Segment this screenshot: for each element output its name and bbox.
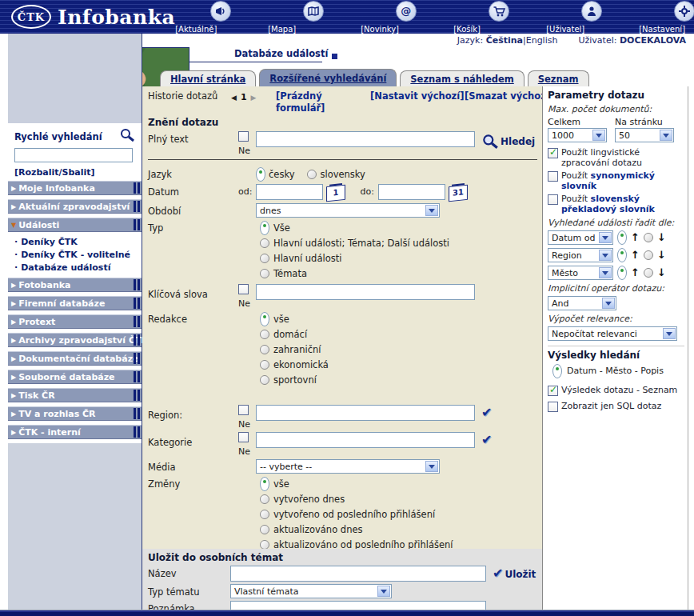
sidebar-item-aktualni-zpravodajstvi[interactable]: ▶Aktuální zpravodajství (8, 199, 142, 214)
history-prev-icon[interactable]: ◀ (231, 94, 237, 102)
sidebar-item-souborne[interactable]: ▶Souborné databáze (8, 370, 142, 384)
operator-select[interactable]: And (548, 296, 616, 310)
linguistic-checkbox[interactable] (548, 148, 558, 158)
sidebar-item-databaze-udalosti[interactable]: ·Databáze událostí (8, 262, 142, 274)
region-picker-icon[interactable]: ✔ (481, 405, 492, 421)
desk-label: Redakce (148, 311, 238, 325)
sort1-asc-radio[interactable] (617, 230, 627, 245)
relevance-value: Nepočítat relevanci (552, 329, 637, 339)
nav-kosik[interactable]: [Košík] (453, 1, 544, 34)
calendar-to-icon[interactable]: 31 (449, 185, 468, 202)
keywords-not-checkbox[interactable] (238, 284, 249, 294)
fulltext-not-checkbox[interactable] (238, 131, 249, 142)
name-input[interactable] (230, 566, 486, 582)
search-icon[interactable] (119, 127, 135, 146)
category-not-checkbox[interactable] (238, 432, 249, 442)
search-icon[interactable] (481, 131, 499, 153)
topic-type-select[interactable]: Vlastní témata (230, 584, 392, 598)
sort2-desc-radio[interactable] (644, 250, 653, 260)
sidebar-item-deniky-ctk-volitelne[interactable]: ·Deníky ČTK - volitelné (8, 249, 142, 262)
sidebar-item-moje-infobanka[interactable]: ▶Moje Infobanka (8, 181, 142, 195)
radio-label: vše (273, 478, 289, 490)
nav-uzivatel[interactable]: [Uživatel] (546, 1, 636, 34)
result-list-checkbox[interactable] (548, 386, 558, 396)
results-format-label: Datum - Město - Popis (567, 366, 664, 376)
radio-typ-hlavni[interactable] (260, 254, 269, 263)
results-format-radio[interactable] (552, 364, 562, 378)
sort1-select[interactable]: Datum od (548, 230, 613, 245)
region-input[interactable] (256, 405, 475, 421)
radio-typ-temata[interactable] (260, 269, 269, 278)
expand-collapse-link[interactable]: [Rozbalit/Sbalit] (8, 162, 142, 181)
note-input[interactable] (230, 601, 486, 610)
relevance-select[interactable]: Nepočítat relevanci (548, 326, 677, 341)
quick-search-input[interactable] (14, 148, 133, 162)
sidebar-item-archivy[interactable]: ▶Archivy zpravodajství ČTK (8, 333, 142, 347)
sidebar-item-fotobanka[interactable]: ▶Fotobanka (8, 278, 142, 292)
media-select[interactable]: -- vyberte -- (256, 459, 440, 474)
sidebar-item-tv-rozhlas[interactable]: ▶TV a rozhlas ČR (8, 406, 142, 421)
radio-zmeny-vytvoreno-od[interactable] (260, 510, 269, 519)
calendar-from-icon[interactable]: 1 (326, 185, 345, 202)
radio-slovensky[interactable] (307, 170, 317, 179)
tab-rozsirene-vyhledavani[interactable]: Rozšířené vyhledávání (259, 69, 397, 86)
radio-label: ekonomická (273, 359, 329, 370)
save-icon[interactable]: ✔ (493, 566, 503, 582)
sidebar-item-tisk-cr[interactable]: ▶Tisk ČR (8, 388, 142, 402)
category-picker-icon[interactable]: ✔ (481, 432, 492, 448)
category-input[interactable] (256, 432, 475, 448)
radio-typ-vse[interactable] (260, 221, 269, 235)
radio-zmeny-aktualizovano-dnes[interactable] (260, 525, 269, 534)
region-not-checkbox[interactable] (238, 405, 249, 415)
total-select[interactable]: 1000 (548, 128, 607, 142)
sidebar-item-deniky-ctk[interactable]: ·Deníky ČTK (8, 236, 142, 249)
language-en[interactable]: English (526, 35, 558, 46)
language-cs[interactable]: Čeština (486, 35, 523, 46)
sort3-asc-radio[interactable] (617, 266, 627, 280)
radio-cesky[interactable] (256, 167, 265, 182)
sort1-desc-radio[interactable] (644, 233, 653, 242)
nav-novinky[interactable]: @ [Novinky] (361, 1, 451, 34)
quick-search: Rychlé vyhledání (8, 123, 142, 162)
date-to-input[interactable] (378, 184, 445, 200)
radio-redakce-domaci[interactable] (260, 330, 269, 339)
category-label: Kategorie (148, 432, 238, 448)
tab-hlavni-stranka[interactable]: Hlavní stránka (160, 70, 256, 86)
sort2-asc-radio[interactable] (617, 248, 627, 262)
sidebar-item-ctk-interni[interactable]: ▶ČTK - interní (8, 425, 142, 439)
sidebar-item-udalosti[interactable]: ▼Události (8, 218, 142, 232)
set-default-link[interactable]: [Nastavit výchozí] (370, 90, 465, 102)
radio-redakce-zahranicni[interactable] (260, 345, 269, 354)
keywords-input[interactable] (256, 284, 475, 300)
radio-zmeny-aktualizovano-od[interactable] (260, 540, 269, 550)
tab-seznam-s-nahledem[interactable]: Seznam s náhledem (400, 70, 524, 86)
slovak-checkbox[interactable] (548, 194, 558, 205)
sidebar-item-dokumentacni[interactable]: ▶Dokumentační databáze (8, 351, 142, 366)
radio-zmeny-vytvoreno-dnes[interactable] (260, 494, 269, 504)
radio-redakce-vse[interactable] (260, 312, 269, 326)
radio-redakce-sportovni[interactable] (260, 375, 269, 385)
sort3-desc-radio[interactable] (644, 268, 653, 278)
date-from-input[interactable] (256, 184, 323, 200)
save-button[interactable]: Uložit (505, 566, 536, 580)
user-label: Uživatel: (578, 35, 616, 46)
per-page-select[interactable]: 50 (615, 128, 674, 142)
radio-zmeny-vse[interactable] (260, 477, 269, 491)
sidebar-item-firemni-databaze[interactable]: ▶Firemní databáze (8, 296, 142, 310)
history-next-icon[interactable]: ▶ (251, 94, 257, 102)
search-button[interactable]: Hledej (501, 131, 535, 147)
nav-mapa[interactable]: [Mapa] (268, 1, 358, 34)
sort3-select[interactable]: Město (548, 266, 613, 280)
radio-redakce-ekonomicka[interactable] (260, 360, 269, 370)
sidebar-item-protext[interactable]: ▶Protext (8, 314, 142, 329)
nav-aktualne[interactable]: [Aktuálně] (175, 1, 265, 34)
radio-typ-hlavni-temata-dalsi[interactable] (260, 238, 269, 248)
tab-seznam[interactable]: Seznam (528, 70, 589, 86)
fulltext-input[interactable] (256, 131, 475, 147)
nav-nastaveni[interactable]: [Nastavení] (639, 1, 694, 34)
synonym-checkbox[interactable] (548, 171, 558, 182)
sql-only-checkbox[interactable] (548, 402, 558, 412)
period-select[interactable]: dnes (256, 203, 440, 218)
empty-form-link[interactable]: [Prázdný formulář] (276, 90, 370, 114)
sort2-select[interactable]: Region (548, 248, 613, 262)
